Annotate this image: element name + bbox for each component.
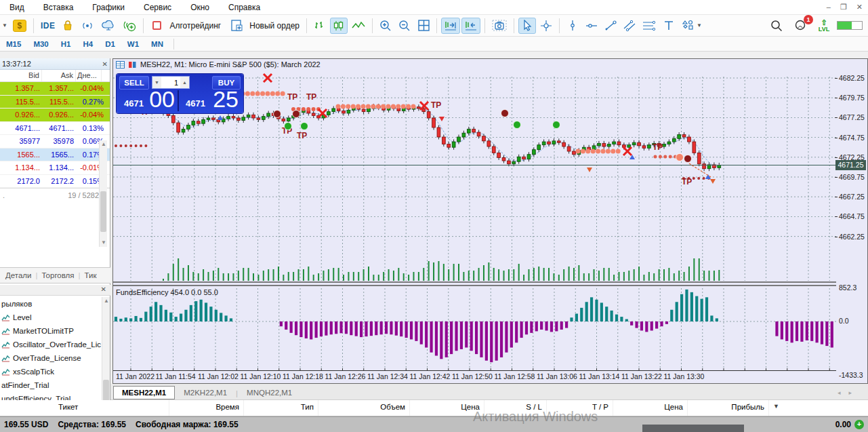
shift-end-left-icon[interactable] — [461, 18, 480, 34]
toolbox-column-1[interactable]: Время — [169, 400, 244, 416]
timeframe-M30[interactable]: M30 — [27, 39, 54, 50]
timeframe-D1[interactable]: D1 — [99, 39, 121, 50]
menu-Вставка[interactable]: Вставка — [34, 1, 83, 14]
market-watch-scrollbar[interactable]: ▲▼ — [99, 140, 107, 247]
menu-Графики[interactable]: Графики — [83, 1, 134, 14]
restore-button[interactable]: ❐ — [840, 3, 847, 12]
text-tool-icon[interactable] — [660, 18, 678, 34]
market-watch-row[interactable]: 1565...1565...0.17% — [0, 149, 110, 162]
one-click-trading-icon[interactable] — [128, 61, 137, 68]
profit-column-dropdown-icon[interactable]: ▼ — [769, 400, 786, 416]
depth-of-market-icon[interactable] — [116, 61, 125, 68]
search-icon[interactable] — [768, 18, 785, 34]
connection-progress-bar — [834, 18, 865, 34]
line-chart-icon[interactable] — [349, 18, 368, 34]
tile-windows-icon[interactable] — [415, 18, 432, 34]
add-icon[interactable]: + — [854, 420, 864, 429]
buy-price[interactable]: 4671 25 — [180, 90, 241, 111]
vertical-line-tool-icon[interactable] — [564, 18, 581, 34]
market-bag-icon[interactable] — [59, 18, 77, 34]
navigator-item[interactable]: xsScalpTick — [0, 365, 102, 378]
market-watch-row[interactable]: 0.926...0.926...-0.04% — [0, 109, 110, 122]
market-watch-tab-Торговля[interactable]: Торговля — [41, 271, 74, 279]
lvl-icon[interactable]: ⇧LVL — [815, 18, 833, 34]
svg-text:11 Jan 13:22: 11 Jan 13:22 — [621, 372, 662, 380]
chart-tab-MESH22,M1[interactable]: MESH22,M1 — [113, 386, 175, 399]
ide-button[interactable]: IDE — [38, 18, 58, 34]
crosshair-icon[interactable] — [537, 18, 555, 34]
minimize-button[interactable]: – — [827, 3, 831, 12]
new-order-label: Новый ордер — [249, 21, 299, 31]
sub-indicator-label: FundsEfficiency 454.0 0.0 55.0 — [116, 288, 218, 296]
new-order-icon[interactable] — [228, 18, 245, 34]
dollar-icon[interactable]: $ — [10, 18, 29, 34]
column-daily-change[interactable]: Дне... — [76, 70, 102, 81]
sell-button[interactable]: SELL — [119, 76, 149, 90]
menu-Вид[interactable]: Вид — [0, 1, 34, 14]
timeframe-H1[interactable]: H1 — [55, 39, 77, 50]
menu-Справка[interactable]: Справка — [219, 1, 270, 14]
toolbox-column-7[interactable]: Цена — [613, 400, 688, 416]
signal-icon[interactable] — [78, 18, 97, 34]
market-watch-row[interactable]: 1.357...1.357...-0.04% — [0, 82, 110, 96]
chart-tab-MNQH22,M1[interactable]: MNQH22,M1 — [238, 386, 301, 399]
price-axis[interactable]: 4682.254679.754677.254674.754672.254669.… — [835, 71, 867, 383]
chart-plot[interactable]: FundsEfficiency 454.0 0.0 55.0TPTPTPTPTP… — [113, 71, 836, 385]
shift-end-right-icon[interactable] — [441, 18, 460, 34]
symbol-counter: 19 / 5282 — [68, 191, 99, 199]
trendline-tool-icon[interactable] — [602, 18, 619, 34]
cloud-icon[interactable] — [98, 18, 119, 34]
timeframe-MN[interactable]: MN — [145, 39, 169, 50]
navigator-item[interactable]: Level — [0, 311, 102, 324]
fibo-lines-tool-icon[interactable] — [640, 18, 659, 34]
mt5-terminal: ВидВставкаГрафикиСервисОкноСправка – ❐ ✕… — [0, 0, 868, 432]
bid-value: 35977 — [0, 135, 42, 148]
sub-axis-label: -1433.3 — [839, 371, 863, 379]
navigator-item[interactable]: рыляков — [0, 297, 102, 311]
column-ask[interactable]: Ask — [42, 70, 76, 81]
toolbox-column-0[interactable]: Тикет — [0, 400, 169, 416]
zoom-in-icon[interactable] — [377, 18, 394, 34]
shapes-tool-icon[interactable]: ▼ — [679, 18, 705, 34]
navigator-close-icon[interactable]: ✕ — [101, 286, 106, 293]
cursor-icon[interactable] — [518, 18, 536, 34]
market-watch-row[interactable]: 115.5...115.5...0.27% — [0, 96, 110, 109]
market-watch-tab-Тик[interactable]: Тик — [85, 271, 97, 279]
broadcast-add-icon[interactable] — [120, 18, 139, 34]
toolbox-column-8[interactable]: Прибыль — [688, 400, 769, 416]
market-watch-close-icon[interactable]: ✕ — [102, 60, 108, 68]
navigator-item[interactable]: MarketTOLimitTP — [0, 324, 102, 338]
algo-trading-checkbox[interactable] — [148, 18, 165, 34]
timeframe-W1[interactable]: W1 — [121, 39, 145, 50]
navigator-item[interactable]: Oscillator_OverTrade_Lic — [0, 338, 102, 351]
timeframe-H4[interactable]: H4 — [77, 39, 99, 50]
chart-tab-M2KH22,M1[interactable]: M2KH22,M1 — [175, 386, 236, 399]
horizontal-line-tool-icon[interactable] — [583, 18, 600, 34]
volume-increase-icon[interactable]: ▲ — [180, 77, 189, 88]
market-watch-row[interactable]: 4671....4671....0.13% — [0, 122, 110, 136]
candles-chart-icon[interactable] — [330, 18, 348, 34]
sell-price[interactable]: 4671 00 — [119, 90, 179, 111]
column-bid[interactable]: Bid — [0, 70, 42, 81]
menu-Окно[interactable]: Окно — [181, 1, 219, 14]
tab-scroll-arrows[interactable]: ◂▸ — [838, 389, 868, 399]
account-free-margin: Свободная маржа: 169.55 — [136, 420, 239, 429]
market-watch-row[interactable]: 1.134...1.134...-0.01% — [0, 161, 110, 175]
zoom-out-icon[interactable] — [396, 18, 413, 34]
toolbox-column-2[interactable]: Тип — [244, 400, 318, 416]
notifications-bell-icon[interactable]: 1 — [791, 18, 809, 34]
camera-icon[interactable] — [489, 18, 510, 34]
market-watch-tab-Детали[interactable]: Детали — [5, 271, 31, 279]
price-axis-label: 4662.25 — [839, 233, 865, 241]
channel-tool-icon[interactable] — [621, 18, 638, 34]
navigator-item[interactable]: atFinder_Trial — [0, 378, 102, 392]
market-watch-row[interactable]: 35977359780.06% — [0, 135, 110, 149]
toolbar-overflow-dropdown[interactable]: ▼ — [0, 22, 9, 28]
menu-Сервис[interactable]: Сервис — [134, 1, 181, 14]
bars-chart-icon[interactable] — [311, 18, 329, 34]
close-button[interactable]: ✕ — [856, 3, 863, 12]
toolbox-column-3[interactable]: Объем — [318, 400, 410, 416]
navigator-item[interactable]: OverTrade_License — [0, 351, 102, 365]
timeframe-M15[interactable]: M15 — [0, 39, 27, 50]
market-watch-row[interactable]: 2172.02172.20.15% — [0, 175, 110, 189]
